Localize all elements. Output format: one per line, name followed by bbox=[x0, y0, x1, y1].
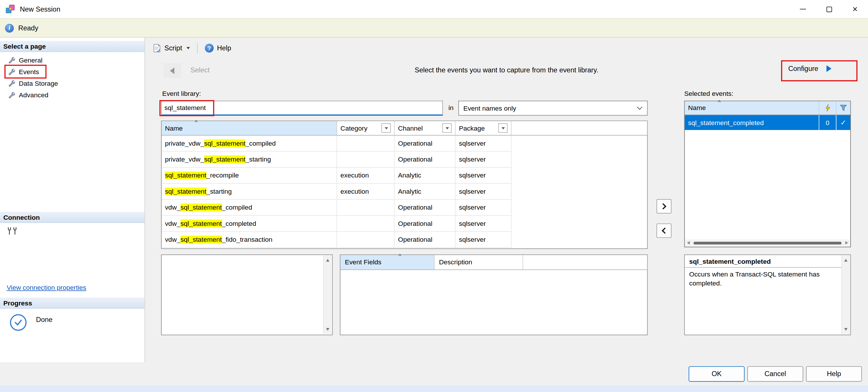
filler-cell bbox=[512, 168, 647, 184]
sidebar-item-data-storage[interactable]: Data Storage bbox=[0, 77, 145, 89]
script-icon bbox=[152, 44, 161, 53]
event-table-header: ^ Name Category Channel Package bbox=[162, 121, 647, 135]
column-header-description[interactable]: Description bbox=[435, 255, 523, 269]
sort-asc-icon: ^ bbox=[399, 253, 401, 259]
search-scope-dropdown[interactable]: Event names only bbox=[458, 101, 648, 116]
configure-button[interactable]: Configure bbox=[788, 65, 832, 73]
column-header-label: Package bbox=[459, 124, 485, 132]
selected-event-count: 0 bbox=[819, 115, 836, 130]
sidebar: Select a page General Events Data Storag… bbox=[0, 38, 145, 362]
event-package-cell: sqlserver bbox=[456, 216, 512, 232]
selected-event-row[interactable]: sql_statement_completed0✓ bbox=[685, 115, 850, 130]
selected-column-header-name[interactable]: ^ Name bbox=[685, 101, 819, 115]
maximize-button[interactable] bbox=[816, 0, 842, 18]
event-package-cell: sqlserver bbox=[456, 168, 512, 184]
event-package-cell: sqlserver bbox=[456, 152, 512, 168]
event-name-cell: vdw_sql_statement_fido_transaction bbox=[162, 232, 337, 248]
dialog-footer: OK Cancel Help bbox=[0, 362, 868, 386]
event-filter-column-header[interactable] bbox=[836, 101, 850, 115]
column-header-category[interactable]: Category bbox=[337, 121, 395, 135]
scrollbar-thumb[interactable] bbox=[693, 242, 841, 244]
column-header-package[interactable]: Package bbox=[456, 121, 512, 135]
event-fields-header: ^ Event Fields Description bbox=[340, 255, 647, 270]
main-area: Script ? Help Select Select the events y… bbox=[145, 38, 868, 362]
sidebar-item-label: Data Storage bbox=[19, 79, 58, 87]
event-category-cell bbox=[337, 216, 395, 232]
sidebar-item-label: General bbox=[19, 56, 42, 64]
filler-cell bbox=[512, 135, 647, 152]
search-highlight: sql_statement bbox=[165, 188, 206, 195]
instruction-text: Select the events you want to capture fr… bbox=[145, 66, 868, 74]
selected-event-name: sql_statement_completed bbox=[685, 115, 819, 130]
window-bottom-edge bbox=[0, 386, 868, 392]
column-filter-dropdown[interactable] bbox=[381, 123, 391, 133]
event-row[interactable]: vdw_sql_statement_compiledOperationalsql… bbox=[162, 200, 647, 216]
window-title: New Session bbox=[20, 5, 60, 13]
search-highlight: sql_statement bbox=[204, 156, 246, 163]
event-detail-panel bbox=[161, 255, 333, 335]
status-text: Ready bbox=[18, 24, 38, 32]
select-a-page-header: Select a page bbox=[0, 41, 145, 52]
event-row[interactable]: sql_statement_startingexecutionAnalytics… bbox=[162, 184, 647, 199]
view-connection-properties-link[interactable]: View connection properties bbox=[7, 284, 86, 292]
wrench-icon bbox=[8, 79, 15, 87]
chevron-down-icon[interactable] bbox=[187, 47, 190, 49]
search-highlight: sql_statement bbox=[181, 220, 222, 228]
help-toolbar-button[interactable]: ? Help bbox=[201, 42, 235, 54]
selected-table-body: sql_statement_completed0✓ bbox=[685, 115, 850, 130]
event-row[interactable]: sql_statement_recompileexecutionAnalytic… bbox=[162, 168, 647, 184]
filler-cell bbox=[512, 152, 647, 168]
event-package-cell: sqlserver bbox=[456, 135, 512, 152]
scroll-right-icon bbox=[845, 241, 848, 244]
wrench-icon bbox=[8, 68, 15, 75]
scroll-down-icon bbox=[844, 328, 847, 331]
column-header-name[interactable]: ^ Name bbox=[162, 121, 337, 135]
event-channel-cell: Operational bbox=[395, 152, 456, 168]
sidebar-item-events[interactable]: Events bbox=[0, 66, 145, 77]
column-filter-dropdown[interactable] bbox=[498, 123, 507, 133]
column-filter-dropdown[interactable] bbox=[442, 123, 452, 133]
sidebar-item-advanced[interactable]: Advanced bbox=[0, 89, 145, 101]
remove-event-button[interactable] bbox=[656, 224, 672, 238]
progress-status-label: Done bbox=[36, 316, 53, 324]
app-icon bbox=[5, 4, 15, 13]
event-row[interactable]: vdw_sql_statement_completedOperationalsq… bbox=[162, 216, 647, 232]
event-name-cell: sql_statement_starting bbox=[162, 184, 337, 199]
column-header-event-fields[interactable]: ^ Event Fields bbox=[340, 255, 435, 269]
search-highlight: sql_statement bbox=[181, 236, 222, 243]
filler-cell bbox=[512, 184, 647, 199]
maximize-icon bbox=[826, 6, 832, 12]
filter-funnel-icon bbox=[840, 104, 847, 111]
toolbar-separator bbox=[197, 43, 197, 53]
column-header-label: Name bbox=[165, 124, 183, 132]
event-row[interactable]: vdw_sql_statement_fido_transactionOperat… bbox=[162, 232, 647, 248]
event-library-label: Event library: bbox=[162, 90, 201, 98]
search-highlight: sql_statement bbox=[181, 203, 222, 211]
cancel-button[interactable]: Cancel bbox=[747, 366, 803, 382]
column-header-channel[interactable]: Channel bbox=[395, 121, 456, 135]
help-icon: ? bbox=[205, 44, 214, 53]
event-package-cell: sqlserver bbox=[456, 184, 512, 199]
minimize-icon bbox=[800, 9, 806, 9]
event-channel-cell: Operational bbox=[395, 135, 456, 152]
ok-button[interactable]: OK bbox=[689, 366, 745, 382]
script-button[interactable]: Script bbox=[148, 42, 194, 54]
event-channel-cell: Operational bbox=[395, 216, 456, 232]
event-search-input[interactable]: sql_statement bbox=[161, 101, 443, 116]
event-channel-cell: Operational bbox=[395, 232, 456, 248]
add-event-button[interactable] bbox=[656, 199, 672, 214]
event-row[interactable]: private_vdw_sql_statement_compiledOperat… bbox=[162, 135, 647, 152]
vertical-scrollbar[interactable] bbox=[323, 256, 332, 334]
event-row[interactable]: private_vdw_sql_statement_startingOperat… bbox=[162, 152, 647, 168]
minimize-button[interactable] bbox=[790, 0, 816, 18]
help-button[interactable]: Help bbox=[806, 366, 862, 382]
event-channel-cell: Analytic bbox=[395, 184, 456, 199]
event-name-cell: sql_statement_recompile bbox=[162, 168, 337, 184]
vertical-scrollbar[interactable] bbox=[841, 256, 850, 334]
horizontal-scrollbar[interactable] bbox=[685, 239, 849, 246]
event-actions-column-header[interactable] bbox=[819, 101, 836, 115]
close-button[interactable]: × bbox=[842, 0, 868, 18]
sort-asc-icon: ^ bbox=[195, 119, 197, 125]
sidebar-item-general[interactable]: General bbox=[0, 54, 145, 66]
event-category-cell bbox=[337, 200, 395, 216]
